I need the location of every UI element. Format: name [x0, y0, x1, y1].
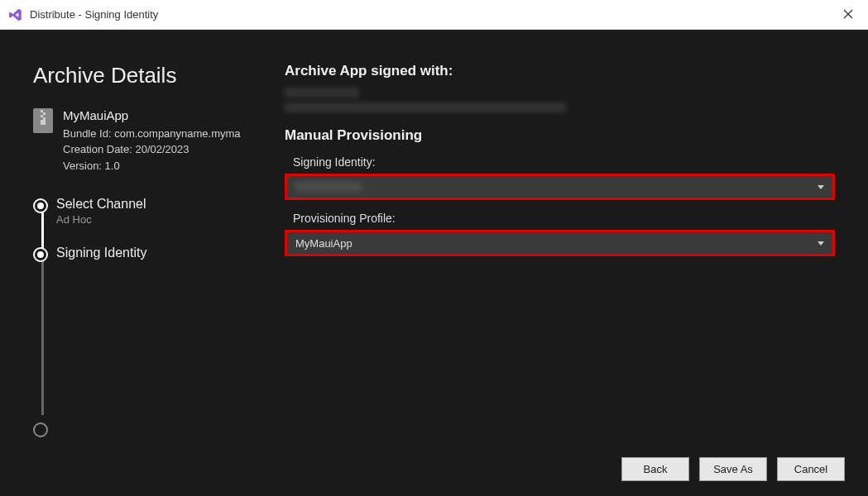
svg-rect-6 — [43, 117, 46, 120]
step-connector-dim — [41, 260, 44, 415]
svg-rect-4 — [43, 112, 46, 115]
provisioning-profile-dropdown[interactable]: MyMauiApp — [285, 230, 835, 256]
cancel-button[interactable]: Cancel — [777, 457, 845, 481]
left-column: Archive Details MyMauiApp Bundle Id: com… — [33, 63, 265, 496]
step-list: Select Channel Ad Hoc Signing Identity — [33, 197, 265, 421]
titlebar-left: Distribute - Signing Identity — [8, 7, 158, 22]
creation-date: Creation Date: 20/02/2023 — [63, 141, 241, 158]
step-spacer — [56, 280, 265, 421]
right-column: Archive App signed with: Manual Provisio… — [285, 63, 835, 496]
svg-rect-7 — [41, 120, 46, 125]
save-as-button[interactable]: Save As — [699, 457, 767, 481]
back-button[interactable]: Back — [621, 457, 689, 481]
signing-identity-dropdown[interactable] — [285, 174, 835, 200]
chevron-down-icon — [818, 241, 824, 246]
chevron-down-icon — [818, 185, 824, 189]
provisioning-profile-value: MyMauiApp — [295, 237, 352, 250]
version: Version: 1.0 — [63, 158, 241, 174]
main-area: Archive Details MyMauiApp Bundle Id: com… — [0, 30, 868, 496]
svg-rect-5 — [41, 115, 43, 117]
signing-group: Signing Identity: Provisioning Profile: … — [285, 155, 835, 256]
step-signing-identity[interactable]: Signing Identity — [56, 246, 265, 260]
step-title: Select Channel — [56, 197, 265, 212]
app-details: MyMauiApp Bundle Id: com.companyname.mym… — [63, 107, 241, 174]
signed-with-value-redacted — [285, 88, 835, 112]
step-dot-filled-icon — [33, 247, 48, 262]
manual-provisioning-heading: Manual Provisioning — [285, 127, 835, 144]
window-title: Distribute - Signing Identity — [30, 8, 158, 21]
visual-studio-icon — [8, 7, 23, 22]
archive-details-heading: Archive Details — [33, 63, 265, 88]
app-info: MyMauiApp Bundle Id: com.companyname.mym… — [33, 107, 265, 174]
step-select-channel[interactable]: Select Channel Ad Hoc — [56, 197, 265, 226]
step-subtitle: Ad Hoc — [56, 213, 265, 226]
step-title: Signing Identity — [56, 246, 265, 260]
titlebar: Distribute - Signing Identity — [0, 0, 868, 30]
close-icon — [843, 9, 853, 19]
signed-with-heading: Archive App signed with: — [285, 63, 835, 79]
footer-buttons: Back Save As Cancel — [621, 457, 845, 481]
bundle-id: Bundle Id: com.companyname.myma — [63, 126, 241, 142]
app-name: MyMauiApp — [63, 107, 241, 126]
content: Archive Details MyMauiApp Bundle Id: com… — [0, 30, 868, 496]
svg-rect-3 — [41, 110, 43, 112]
signing-identity-label: Signing Identity: — [293, 155, 835, 169]
signing-identity-value-redacted — [295, 182, 362, 192]
close-button[interactable] — [837, 4, 860, 26]
archive-file-icon — [33, 108, 53, 133]
provisioning-profile-label: Provisioning Profile: — [293, 212, 835, 225]
step-dot-empty-icon — [33, 422, 48, 437]
step-dot-filled-icon — [33, 198, 48, 213]
